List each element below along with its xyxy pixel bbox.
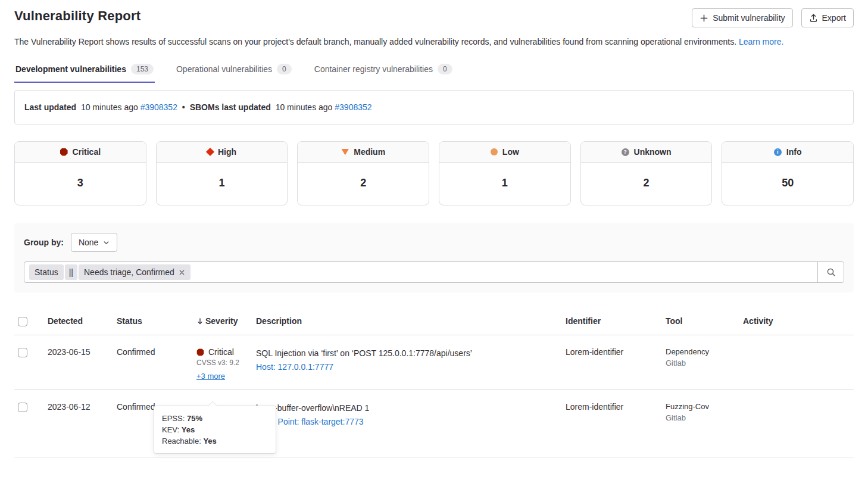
pipeline-link[interactable]: #3908352 [140, 102, 177, 112]
column-header-detected[interactable]: Detected [48, 308, 117, 334]
filter-panel: Group by: None Status || Needs triage, C… [14, 223, 854, 292]
group-by-label: Group by: [24, 238, 64, 247]
row-tool-cell: Fuzzing-Cov Gitlab [666, 390, 743, 422]
last-updated-time: 10 minutes ago [81, 102, 138, 112]
tooltip-kev-row: KEV: Yes [162, 424, 268, 435]
header-actions: Submit vulnerability Export [692, 8, 854, 27]
column-header-status: Status [117, 308, 196, 334]
search-icon [826, 267, 836, 277]
submit-vulnerability-label: Submit vulnerability [713, 13, 785, 23]
row-host-link[interactable]: Host: 127.0.0.1:7777 [256, 362, 333, 372]
row-tool-vendor: Gitlab [666, 413, 738, 422]
filter-token: Status || Needs triage, Confirmed [24, 264, 817, 280]
group-by-dropdown[interactable]: None [71, 233, 117, 252]
column-header-severity[interactable]: Severity [196, 308, 256, 334]
severity-summary-cards: Critical 3 High 1 Medium 2 Low 1 [14, 141, 854, 205]
row-severity-cell: Critical CVSS v3: 9.2 +3 more [196, 335, 256, 381]
remove-filter-icon[interactable] [179, 269, 185, 276]
row-description-cell: SQL Injection via ‘first’ on ‘POST 125.0… [256, 335, 566, 372]
column-header-tool: Tool [666, 308, 743, 334]
group-by-value: None [79, 238, 98, 247]
vulnerability-row: 2023-06-15 Confirmed Critical CVSS v3: 9… [14, 335, 854, 390]
page-description: The Vulnerability Report shows results o… [14, 36, 824, 48]
tooltip-kev-value: Yes [182, 425, 195, 434]
sbom-pipeline-link[interactable]: #3908352 [335, 102, 371, 112]
severity-card-high[interactable]: High 1 [156, 141, 288, 205]
row-description[interactable]: SQL Injection via ‘first’ on ‘POST 125.0… [256, 347, 561, 359]
vulnerability-table: Detected Status Severity Description Ide… [14, 308, 854, 457]
filter-token-value[interactable]: Needs triage, Confirmed [79, 264, 191, 280]
learn-more-link[interactable]: Learn more. [739, 37, 783, 46]
vulnerability-tabs: Development vulnerabilities 153 Operatio… [14, 64, 854, 83]
tab-count-badge: 0 [277, 64, 292, 74]
row-detected: 2023-06-12 [48, 390, 117, 412]
row-checkbox[interactable] [18, 403, 27, 412]
severity-card-count: 2 [581, 163, 712, 205]
severity-card-unknown[interactable]: ? Unknown 2 [580, 141, 713, 205]
row-activity [743, 335, 854, 347]
select-all-checkbox[interactable] [18, 317, 27, 326]
search-button[interactable] [817, 262, 844, 282]
vulnerability-row: 2023-06-12 Confirmed +4 more heap-buffer… [14, 390, 854, 457]
severity-unknown-icon: ? [622, 148, 629, 156]
filter-token-operator[interactable]: || [65, 264, 77, 280]
submit-vulnerability-button[interactable]: Submit vulnerability [692, 8, 792, 27]
severity-card-label: Info [786, 147, 802, 157]
severity-card-label: High [218, 147, 236, 157]
severity-details-tooltip: EPSS: 75% KEV: Yes Reachable: Yes [154, 406, 276, 454]
row-description[interactable]: heap-buffer-overflow\nREAD 1 [256, 402, 561, 414]
severity-card-count: 1 [157, 163, 288, 205]
row-tool-cell: Dependency Gitlab [666, 335, 743, 367]
last-updated-label: Last updated [24, 102, 76, 112]
severity-card-info[interactable]: i Info 50 [722, 141, 854, 205]
row-cvss-score: CVSS v3: 9.2 [196, 359, 251, 367]
plus-icon [700, 14, 708, 23]
column-header-activity: Activity [743, 308, 854, 334]
severity-high-icon [206, 148, 214, 156]
severity-card-low[interactable]: Low 1 [439, 141, 571, 205]
row-identifier: Lorem-identifier [566, 390, 666, 412]
export-button[interactable]: Export [801, 8, 854, 27]
row-tool: Dependency [666, 347, 738, 356]
column-header-identifier: Identifier [566, 308, 666, 334]
severity-card-critical[interactable]: Critical 3 [14, 141, 146, 205]
sbom-last-updated-label: SBOMs last updated [190, 102, 271, 112]
tab-count-badge: 0 [438, 64, 452, 74]
separator-dot: • [182, 102, 185, 112]
tab-label: Container registry vulnerabilities [314, 64, 433, 74]
tab-label: Development vulnerabilities [15, 64, 126, 74]
severity-medium-icon [341, 149, 349, 155]
description-text: The Vulnerability Report shows results o… [14, 37, 736, 46]
tab-development-vulnerabilities[interactable]: Development vulnerabilities 153 [14, 64, 155, 83]
tooltip-reachable-row: Reachable: Yes [162, 435, 268, 447]
tooltip-epss-row: EPSS: 75% [162, 413, 268, 424]
tab-count-badge: 153 [131, 64, 154, 74]
filtered-search-bar[interactable]: Status || Needs triage, Confirmed [24, 261, 844, 283]
sort-descending-icon [196, 317, 204, 325]
severity-low-icon [491, 148, 498, 155]
row-checkbox[interactable] [18, 348, 27, 357]
last-updated-banner: Last updated 10 minutes ago #3908352 • S… [14, 90, 854, 124]
row-activity [743, 390, 854, 402]
severity-card-label: Low [502, 147, 519, 157]
upload-icon [809, 14, 818, 23]
severity-card-count: 50 [722, 163, 853, 205]
severity-card-label: Unknown [634, 147, 672, 157]
row-severity-label: Critical [208, 347, 234, 357]
severity-critical-icon [60, 148, 68, 156]
tooltip-reachable-value: Yes [203, 437, 216, 445]
severity-info-icon: i [774, 148, 782, 156]
row-detected: 2023-06-15 [48, 335, 117, 357]
filter-token-name[interactable]: Status [29, 264, 64, 280]
severity-card-medium[interactable]: Medium 2 [297, 141, 429, 205]
chevron-down-icon [103, 239, 110, 246]
row-tool: Fuzzing-Cov [666, 402, 738, 411]
tab-container-registry-vulnerabilities[interactable]: Container registry vulnerabilities 0 [313, 64, 454, 83]
severity-more-link[interactable]: +3 more [196, 372, 225, 381]
table-header-row: Detected Status Severity Description Ide… [14, 308, 854, 335]
vulnerability-report-page: Vulnerability Report Submit vulnerabilit… [0, 0, 868, 457]
tab-operational-vulnerabilities[interactable]: Operational vulnerabilities 0 [175, 64, 293, 83]
row-status: Confirmed [117, 335, 196, 357]
sbom-last-updated-time: 10 minutes ago [276, 102, 333, 112]
row-identifier: Lorem-identifier [566, 335, 666, 357]
